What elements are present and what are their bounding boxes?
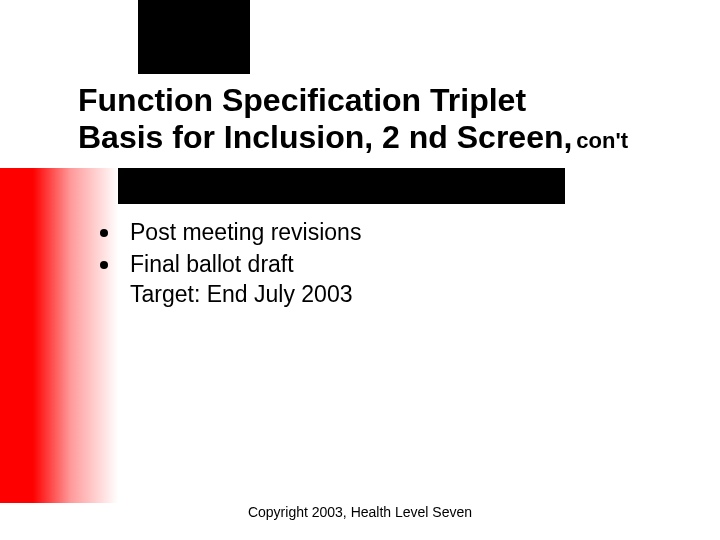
title-line-2: Basis for Inclusion, 2 nd Screen,: [78, 119, 572, 156]
decorative-top-block: [138, 0, 250, 74]
bullet-list: Post meeting revisions Final ballot draf…: [100, 218, 660, 312]
title-continued: con't: [576, 128, 628, 153]
slide-title: Function Specification Triplet Basis for…: [78, 82, 690, 156]
bullet-text: Post meeting revisions: [130, 218, 361, 248]
bullet-icon: [100, 229, 108, 237]
bullet-icon: [100, 261, 108, 269]
footer-copyright: Copyright 2003, Health Level Seven: [0, 504, 720, 520]
title-line-1: Function Specification Triplet: [78, 82, 690, 119]
title-line-2-wrap: Basis for Inclusion, 2 nd Screen, con't: [78, 119, 690, 156]
list-item: Post meeting revisions: [100, 218, 660, 248]
list-item: Final ballot draftTarget: End July 2003: [100, 250, 660, 310]
bullet-text: Final ballot draftTarget: End July 2003: [130, 250, 352, 310]
